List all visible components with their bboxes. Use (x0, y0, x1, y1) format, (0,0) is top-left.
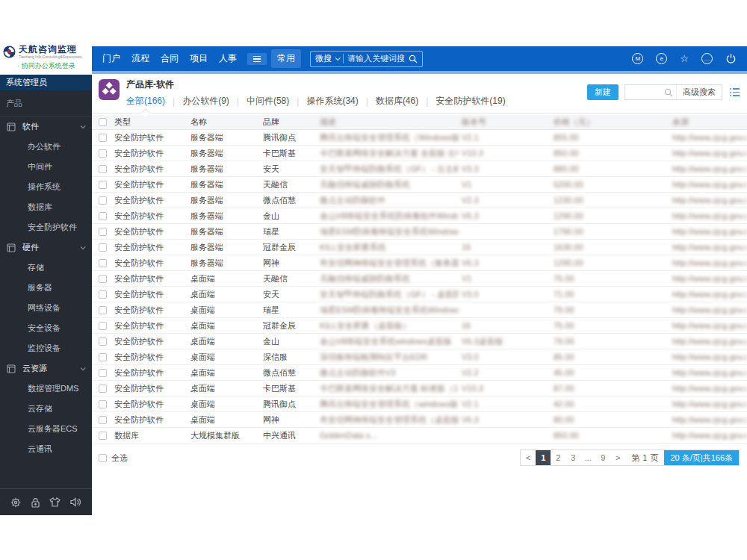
page-number-3[interactable]: 3 (565, 450, 580, 465)
sidebar-item-办公软件[interactable]: 办公软件 (0, 137, 92, 157)
tab-安全防护软件(19)[interactable]: 安全防护软件(19) (436, 95, 505, 108)
sidebar-item-安全设备[interactable]: 安全设备 (0, 318, 92, 338)
view-list-icon[interactable] (730, 88, 740, 96)
sidebar-item-中间件[interactable]: 中间件 (0, 157, 92, 177)
row-checkbox[interactable] (99, 149, 107, 158)
sidebar-item-存储[interactable]: 存储 (0, 258, 92, 278)
sidebar-item-数据库[interactable]: 数据库 (0, 197, 92, 217)
table-row[interactable]: 数据库大规模集群版中兴通讯GoldenData s...850.00http:/… (92, 428, 747, 444)
global-search-box[interactable]: 微搜 请输入关键词搜 (310, 51, 423, 67)
row-checkbox[interactable] (99, 353, 107, 361)
row-checkbox[interactable] (99, 385, 107, 393)
tab-办公软件(9)[interactable]: 办公软件(9) (182, 95, 229, 108)
topnav-item-流程[interactable]: 流程 (131, 52, 149, 65)
row-checkbox[interactable] (99, 259, 107, 267)
row-checkbox[interactable] (99, 400, 107, 408)
table-row[interactable]: 安全防护软件服务器端瑞星瑞星ESM防病毒终端安全系统Windows服务器版179… (92, 224, 747, 240)
tab-中间件(58)[interactable]: 中间件(58) (247, 95, 289, 108)
menu-toggle-button[interactable] (247, 53, 267, 65)
table-row[interactable]: 安全防护软件服务器端卡巴斯基卡巴斯基网络安全解决方案 全面版 云中心安全防护（1… (92, 146, 747, 161)
header-checkbox[interactable] (99, 118, 107, 126)
row-checkbox[interactable] (99, 212, 107, 220)
select-all-checkbox[interactable] (99, 454, 107, 462)
table-row[interactable]: 安全防护软件桌面端瑞星瑞星ESM防病毒终端安全系统Windows桌面版79.00… (92, 302, 747, 318)
topnav-item-门户[interactable]: 门户 (102, 52, 120, 65)
advanced-search-button[interactable]: 高级搜索 (676, 85, 722, 99)
table-row[interactable]: 安全防护软件桌面端金山金山V8终端安全系统windows桌面版V6.3桌面版79… (92, 334, 747, 349)
sidebar-item-监控设备[interactable]: 监控设备 (0, 338, 92, 358)
favorite-star-icon[interactable]: ☆ (680, 54, 689, 63)
topnav-item-合同[interactable]: 合同 (161, 52, 179, 65)
sidebar-item-云存储[interactable]: 云存储 (0, 399, 92, 419)
current-page-number[interactable]: 1 (642, 453, 647, 462)
table-row[interactable]: 安全防护软件服务器端天融信天融信终端威胁防御系统V15200.00http://… (92, 177, 747, 193)
table-row[interactable]: 安全防护软件服务器端安天安天智甲终端防御系统（GF） - 云主机防护系统V3.3… (92, 161, 747, 177)
oa-login-link[interactable]: · 协同办公系统登录 (3, 61, 90, 71)
table-search-input[interactable] (625, 86, 661, 99)
table-row[interactable]: 安全防护软件桌面端冠群金辰KILL安全胶囊（桌面版）1675.00http://… (92, 318, 747, 334)
table-row[interactable]: 安全防护软件服务器端腾讯御点腾讯云终端安全管理系统（Windows版）V2.18… (92, 130, 747, 146)
row-checkbox[interactable] (99, 290, 107, 299)
page-number-2[interactable]: 2 (551, 450, 565, 465)
page-next-button[interactable]: > (610, 450, 625, 465)
sidebar-item-网络设备[interactable]: 网络设备 (0, 298, 92, 318)
quick-menu-button[interactable]: 常用 (271, 49, 301, 68)
power-logout-icon[interactable] (725, 53, 737, 64)
theme-shirt-icon[interactable] (49, 497, 61, 507)
tab-数据库(46)[interactable]: 数据库(46) (376, 95, 418, 108)
table-row[interactable]: 安全防护软件服务器端金山金山V8终端安全系统防病毒组件Windows服务器版V6… (92, 208, 747, 224)
search-scope-label[interactable]: 微搜 (315, 53, 332, 64)
main-area: 门户流程合同项目人事 常用 微搜 请输入关键词搜 (92, 43, 747, 515)
sidebar-item-云服务器ECS[interactable]: 云服务器ECS (0, 419, 92, 439)
new-button[interactable]: 新建 (587, 84, 619, 100)
row-checkbox[interactable] (99, 369, 107, 377)
row-checkbox[interactable] (99, 181, 107, 189)
row-checkbox[interactable] (99, 322, 107, 330)
lock-icon[interactable] (31, 497, 40, 508)
table-row[interactable]: 安全防护软件服务器端网神奇安信网神终端安全管理系统（服务器版）V6.31290.… (92, 255, 747, 271)
row-checkbox[interactable] (99, 228, 107, 236)
table-row[interactable]: 安全防护软件桌面端微点佰慧微点主动防御软件V3V2.245.00http://w… (92, 365, 747, 381)
table-row[interactable]: 安全防护软件服务器端微点佰慧微点主动防御软件V2.31230.00http://… (92, 193, 747, 208)
sidebar-item-安全防护软件[interactable]: 安全防护软件 (0, 217, 92, 237)
cell-price: 71.00 (551, 290, 669, 299)
table-row[interactable]: 安全防护软件桌面端卡巴斯基卡巴斯基网络安全解决方案 标准版（10节点） - KS… (92, 381, 747, 396)
sidebar-group-cloud[interactable]: 云资源 (0, 358, 92, 379)
search-icon[interactable] (664, 88, 673, 97)
row-checkbox[interactable] (99, 134, 107, 142)
search-icon[interactable] (409, 55, 418, 63)
table-row[interactable]: 安全防护软件桌面端深信服深信服终端检测响应平台EDRV3.085.00http:… (92, 349, 747, 365)
sidebar-item-数据管理DMS[interactable]: 数据管理DMS (0, 379, 92, 399)
page-number-1[interactable]: 1 (536, 450, 551, 465)
page-number-9[interactable]: 9 (595, 450, 610, 465)
sidebar-item-操作系统[interactable]: 操作系统 (0, 177, 92, 197)
volume-icon[interactable] (70, 497, 81, 507)
sidebar-item-云通讯[interactable]: 云通讯 (0, 439, 92, 459)
table-row[interactable]: 安全防护软件桌面端安天安天智甲终端防御系统（GF） - 桌面防护系统V3.071… (92, 287, 747, 302)
page-prev-button[interactable]: < (521, 450, 536, 465)
row-checkbox[interactable] (99, 196, 107, 205)
settings-gear-icon[interactable] (10, 497, 21, 508)
sidebar-item-服务器[interactable]: 服务器 (0, 278, 92, 298)
tab-操作系统(34)[interactable]: 操作系统(34) (306, 95, 358, 108)
row-checkbox[interactable] (99, 432, 107, 440)
table-row[interactable]: 安全防护软件服务器端冠群金辰KILL安全胶囊系统161630.00http://… (92, 240, 747, 255)
row-checkbox[interactable] (99, 165, 107, 173)
message-icon[interactable]: e (656, 53, 667, 64)
table-row[interactable]: 安全防护软件桌面端腾讯御点腾讯云终端安全管理系统（windows版）V2.1V2… (92, 396, 747, 412)
topnav-item-人事[interactable]: 人事 (219, 52, 237, 65)
row-checkbox[interactable] (99, 275, 107, 283)
sidebar-group-software[interactable]: 软件 (0, 116, 92, 137)
table-row[interactable]: 安全防护软件桌面端天融信天融信终端威胁防御系统V175.00http://www… (92, 271, 747, 287)
select-all-control[interactable]: 全选 (99, 452, 128, 464)
more-options-icon[interactable]: … (701, 53, 713, 64)
row-checkbox[interactable] (99, 243, 107, 252)
row-checkbox[interactable] (99, 337, 107, 346)
row-checkbox[interactable] (99, 416, 107, 424)
m-badge-icon[interactable]: M (632, 53, 643, 64)
table-row[interactable]: 安全防护软件桌面端网神奇安信网神终端安全管理系统（桌面版）V6.380.00ht… (92, 412, 747, 428)
topnav-item-项目[interactable]: 项目 (190, 52, 208, 65)
tab-全部(166)[interactable]: 全部(166) (126, 95, 165, 108)
row-checkbox[interactable] (99, 306, 107, 314)
sidebar-group-hardware[interactable]: 硬件 (0, 237, 92, 258)
